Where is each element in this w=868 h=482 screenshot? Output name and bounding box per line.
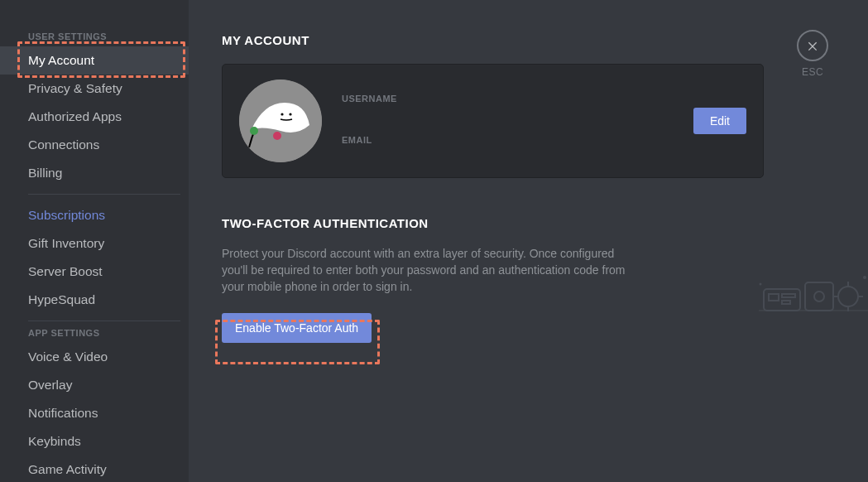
sidebar-item-gift-inventory[interactable]: Gift Inventory [0, 229, 189, 258]
sidebar-item-connections[interactable]: Connections [0, 131, 189, 159]
sidebar-item-my-account[interactable]: My Account [0, 46, 189, 75]
sidebar-item-authorized-apps[interactable]: Authorized Apps [0, 103, 189, 131]
content-area: ESC MY ACCOUNT USERNAME EMAIL [189, 0, 868, 482]
sidebar-item-label: Game Activity [28, 462, 107, 476]
edit-button[interactable]: Edit [693, 108, 746, 134]
svg-point-1 [281, 113, 283, 115]
sidebar-item-label: My Account [28, 53, 94, 67]
sidebar-item-keybinds[interactable]: Keybinds [0, 427, 189, 455]
svg-point-7 [838, 287, 858, 306]
sidebar-item-server-boost[interactable]: Server Boost [0, 258, 189, 286]
sidebar-item-voice-video[interactable]: Voice & Video [0, 343, 189, 371]
sidebar-item-label: Notifications [28, 406, 98, 420]
sidebar-heading-app-settings: APP SETTINGS [0, 328, 189, 343]
sidebar-item-notifications[interactable]: Notifications [0, 399, 189, 427]
email-field-label: EMAIL [342, 135, 693, 145]
sidebar-item-hypesquad[interactable]: HypeSquad [0, 286, 189, 314]
sidebar-heading-user-settings: USER SETTINGS [0, 31, 189, 46]
sidebar-item-label: Server Boost [28, 264, 103, 278]
sidebar-item-label: Subscriptions [28, 208, 105, 222]
sidebar-item-label: Overlay [28, 378, 72, 392]
svg-rect-8 [769, 294, 779, 301]
svg-point-11 [814, 292, 824, 301]
svg-rect-10 [782, 301, 790, 304]
sidebar-item-overlay[interactable]: Overlay [0, 371, 189, 399]
username-field-label: USERNAME [342, 94, 693, 104]
svg-point-13 [760, 283, 762, 286]
sidebar-item-label: Authorized Apps [28, 109, 122, 123]
sidebar-item-label: Keybinds [28, 434, 81, 448]
sidebar-item-label: Billing [28, 166, 62, 180]
svg-rect-9 [782, 294, 795, 297]
sidebar-item-label: HypeSquad [28, 292, 95, 306]
settings-sidebar: USER SETTINGS My Account Privacy & Safet… [0, 0, 189, 482]
two-factor-title: TWO-FACTOR AUTHENTICATION [222, 216, 764, 230]
close-button[interactable]: ESC [797, 30, 828, 78]
sidebar-item-billing[interactable]: Billing [0, 159, 189, 187]
sidebar-item-game-activity[interactable]: Game Activity [0, 455, 189, 482]
account-card: USERNAME EMAIL Edit [222, 64, 764, 178]
sidebar-divider [28, 321, 180, 321]
svg-point-4 [273, 132, 281, 140]
svg-point-2 [289, 113, 291, 115]
two-factor-description: Protect your Discord account with an ext… [222, 245, 635, 295]
enable-two-factor-button[interactable]: Enable Two-Factor Auth [222, 313, 372, 343]
svg-point-12 [863, 276, 866, 279]
sidebar-item-label: Gift Inventory [28, 236, 104, 250]
two-factor-section: TWO-FACTOR AUTHENTICATION Protect your D… [222, 216, 764, 343]
close-label: ESC [797, 66, 828, 78]
security-illustration-icon [755, 266, 868, 324]
close-icon [797, 30, 828, 61]
avatar[interactable] [239, 80, 322, 162]
sidebar-item-label: Privacy & Safety [28, 81, 122, 95]
sidebar-item-subscriptions[interactable]: Subscriptions [0, 201, 189, 229]
page-title: MY ACCOUNT [222, 33, 835, 47]
sidebar-item-privacy-safety[interactable]: Privacy & Safety [0, 75, 189, 103]
sidebar-divider [28, 194, 180, 195]
sidebar-item-label: Voice & Video [28, 349, 108, 364]
sidebar-item-label: Connections [28, 137, 99, 152]
svg-point-3 [250, 127, 258, 135]
svg-rect-6 [805, 282, 833, 311]
